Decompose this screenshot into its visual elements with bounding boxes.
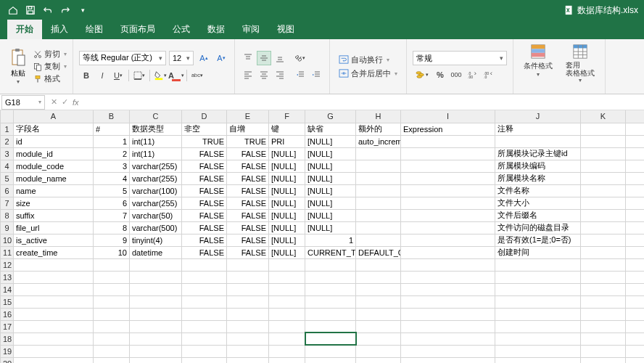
cell[interactable] — [401, 234, 495, 246]
cell[interactable] — [401, 295, 495, 308]
cell[interactable]: module_id — [14, 147, 94, 160]
cell[interactable] — [581, 271, 626, 283]
cell[interactable]: 10 — [94, 246, 130, 258]
cell[interactable]: 注释 — [495, 123, 581, 135]
cell[interactable]: 文件后缀名 — [495, 209, 581, 221]
undo-icon[interactable] — [41, 3, 55, 17]
cell[interactable]: [NULL] — [269, 160, 305, 172]
cell[interactable]: varchar(50) — [130, 209, 182, 221]
cell[interactable]: 1 — [94, 135, 130, 147]
tab-绘图[interactable]: 绘图 — [77, 20, 112, 39]
cell[interactable] — [182, 258, 227, 271]
row-header[interactable]: 10 — [1, 234, 14, 246]
cell[interactable] — [626, 172, 645, 184]
cell[interactable]: 2 — [94, 147, 130, 160]
cell[interactable] — [626, 246, 645, 258]
align-left-icon[interactable] — [241, 68, 255, 82]
cell[interactable] — [130, 333, 182, 345]
cell[interactable] — [626, 184, 645, 197]
col-header-C[interactable]: C — [130, 110, 182, 123]
cell[interactable]: CURRENT_T — [305, 246, 356, 258]
increase-font-icon[interactable]: A▴ — [197, 51, 211, 65]
cell[interactable]: int(11) — [130, 147, 182, 160]
row-header[interactable]: 9 — [1, 221, 14, 234]
row-header[interactable]: 3 — [1, 147, 14, 160]
cell[interactable] — [626, 147, 645, 160]
cell[interactable] — [130, 357, 182, 363]
decrease-font-icon[interactable]: A▾ — [214, 51, 228, 65]
cell[interactable] — [495, 308, 581, 320]
cell[interactable] — [401, 184, 495, 197]
tab-开始[interactable]: 开始 — [7, 20, 42, 39]
cell[interactable] — [626, 209, 645, 221]
cell[interactable] — [94, 258, 130, 271]
cell[interactable] — [130, 320, 182, 333]
cell[interactable]: [NULL] — [305, 221, 356, 234]
cell[interactable] — [581, 283, 626, 295]
cell[interactable] — [581, 209, 626, 221]
cell[interactable]: [NULL] — [269, 221, 305, 234]
cell[interactable]: 所属模块名称 — [495, 172, 581, 184]
cell[interactable] — [269, 357, 305, 363]
row-header[interactable]: 4 — [1, 160, 14, 172]
cell[interactable]: 7 — [94, 209, 130, 221]
cell[interactable] — [14, 357, 94, 363]
cell[interactable] — [356, 221, 401, 234]
cell[interactable]: FALSE — [182, 172, 227, 184]
cell[interactable] — [495, 320, 581, 333]
cell[interactable] — [130, 271, 182, 283]
cell[interactable]: auto_increment — [356, 135, 401, 147]
cell[interactable] — [94, 345, 130, 357]
cell[interactable]: FALSE — [182, 234, 227, 246]
cell[interactable]: [NULL] — [305, 160, 356, 172]
cell[interactable] — [227, 357, 269, 363]
tab-公式[interactable]: 公式 — [164, 20, 199, 39]
cancel-formula-icon[interactable]: ✕ — [51, 97, 57, 107]
cell[interactable] — [130, 258, 182, 271]
col-header-I[interactable]: I — [401, 110, 495, 123]
cell[interactable]: FALSE — [182, 184, 227, 197]
cell[interactable] — [14, 271, 94, 283]
cell[interactable]: varchar(255) — [130, 197, 182, 209]
cell[interactable] — [305, 283, 356, 295]
italic-button[interactable]: I — [95, 68, 110, 83]
percent-button[interactable]: % — [433, 68, 447, 82]
cell[interactable]: Expression — [401, 123, 495, 135]
cell[interactable] — [130, 295, 182, 308]
cell[interactable] — [356, 357, 401, 363]
format-as-table-button[interactable]: 套用 表格格式▾ — [561, 42, 599, 91]
cell[interactable] — [182, 345, 227, 357]
row-header[interactable]: 1 — [1, 123, 14, 135]
currency-button[interactable]: ▾ — [413, 68, 432, 82]
cell[interactable] — [227, 345, 269, 357]
increase-decimal-icon[interactable]: .0.00 — [465, 68, 479, 82]
cell[interactable]: 所属模块编码 — [495, 160, 581, 172]
cell[interactable] — [401, 308, 495, 320]
cell[interactable] — [305, 357, 356, 363]
cell[interactable]: 文件大小 — [495, 197, 581, 209]
cell[interactable] — [305, 295, 356, 308]
fill-color-button[interactable]: ▾ — [153, 68, 168, 83]
col-header-J[interactable]: J — [495, 110, 581, 123]
cell[interactable] — [94, 283, 130, 295]
align-right-icon[interactable] — [273, 68, 287, 82]
row-header[interactable]: 2 — [1, 135, 14, 147]
cell[interactable]: 非空 — [182, 123, 227, 135]
cell[interactable]: [NULL] — [269, 209, 305, 221]
cell[interactable] — [401, 209, 495, 221]
cell[interactable]: FALSE — [182, 209, 227, 221]
cell[interactable]: module_name — [14, 172, 94, 184]
cell[interactable] — [94, 333, 130, 345]
cell[interactable]: 所属模块记录主键id — [495, 147, 581, 160]
cell[interactable] — [581, 221, 626, 234]
comma-button[interactable]: 000 — [449, 68, 463, 82]
format-painter-button[interactable]: 格式 — [33, 73, 67, 84]
cell[interactable] — [401, 345, 495, 357]
cell[interactable]: create_time — [14, 246, 94, 258]
cell[interactable] — [356, 147, 401, 160]
cell[interactable]: 8 — [94, 221, 130, 234]
cell[interactable] — [356, 197, 401, 209]
cell[interactable] — [495, 345, 581, 357]
cell[interactable]: 4 — [94, 172, 130, 184]
cell[interactable] — [14, 333, 94, 345]
